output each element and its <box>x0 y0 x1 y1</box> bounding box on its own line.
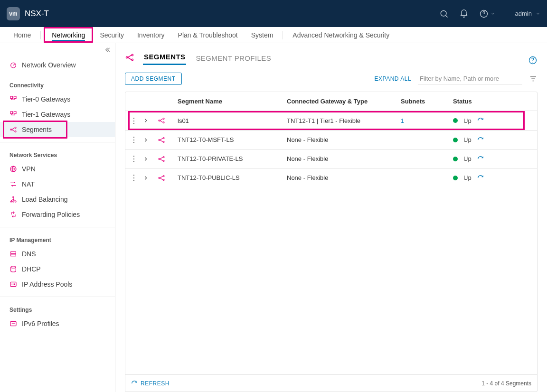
chevron-down-icon <box>490 11 495 16</box>
row-actions-icon[interactable]: ⋮ <box>125 154 141 163</box>
user-name: admin <box>515 10 532 17</box>
cell-status: Up <box>451 174 537 181</box>
sidebar-item-forwarding-policies[interactable]: Forwarding Policies <box>0 207 115 222</box>
svg-point-33 <box>159 158 160 159</box>
sidebar-item-label: Tier-1 Gateways <box>22 111 70 118</box>
svg-rect-6 <box>14 96 16 99</box>
sidebar-item-label: IP Address Pools <box>22 280 72 288</box>
notifications-icon[interactable] <box>459 9 469 19</box>
tier-icon <box>9 111 17 118</box>
topbar: vm NSX-T admin <box>0 0 547 27</box>
svg-point-14 <box>10 201 12 202</box>
expand-all-button[interactable]: EXPAND ALL <box>375 75 411 82</box>
sidebar-item-overview[interactable]: Network Overview <box>0 57 115 73</box>
svg-point-9 <box>10 129 12 131</box>
svg-point-34 <box>163 156 164 158</box>
nav-tab-security[interactable]: Security <box>93 27 131 43</box>
svg-point-31 <box>163 137 164 139</box>
sidebar-item-load-balancing[interactable]: Load Balancing <box>0 192 115 207</box>
add-segment-button[interactable]: ADD SEGMENT <box>125 73 182 85</box>
tab-segment-profiles[interactable]: SEGMENT PROFILES <box>195 51 272 65</box>
col-segment-name[interactable]: Segment Name <box>176 98 285 105</box>
svg-point-28 <box>163 118 164 120</box>
nav-tab-system[interactable]: System <box>245 27 280 43</box>
expand-row-icon[interactable] <box>141 117 156 124</box>
cell-status: Up <box>451 117 537 124</box>
row-actions-icon[interactable]: ⋮ <box>125 135 141 144</box>
sidebar-item-label: Segments <box>22 126 52 133</box>
segment-icon <box>156 155 176 163</box>
dns-icon <box>9 250 17 258</box>
sidebar-item-segments[interactable]: Segments <box>0 122 115 137</box>
sidebar-item-dns[interactable]: DNS <box>0 246 115 261</box>
sidebar-item-ipv6[interactable]: IPv6 Profiles <box>0 316 115 331</box>
row-actions-icon[interactable]: ⋮ <box>125 116 141 125</box>
cell-gateway: TNT12-T1 | Tier1 - Flexible <box>285 117 399 124</box>
svg-point-30 <box>159 139 160 140</box>
refresh-status-icon[interactable] <box>477 175 484 181</box>
sidebar-item-label: Load Balancing <box>22 196 68 203</box>
filter-icon[interactable] <box>529 75 538 83</box>
sidebar-item-label: DNS <box>22 250 36 258</box>
sidebar-section-network-services: Network Services <box>0 142 115 161</box>
row-actions-icon[interactable]: ⋮ <box>125 173 141 182</box>
tab-segments[interactable]: SEGMENTS <box>143 50 186 65</box>
nat-icon <box>9 180 17 188</box>
expand-row-icon[interactable] <box>141 137 156 143</box>
refresh-status-icon[interactable] <box>477 137 484 143</box>
svg-point-15 <box>13 201 14 202</box>
sidebar-item-vpn[interactable]: VPN <box>0 161 115 177</box>
svg-point-32 <box>163 141 164 142</box>
help-icon[interactable] <box>528 56 538 65</box>
nav-separator <box>283 31 283 39</box>
nav-tab-advanced[interactable]: Advanced Networking & Security <box>286 27 396 43</box>
nav-tab-networking[interactable]: Networking <box>44 27 93 43</box>
filter-input[interactable] <box>418 73 522 84</box>
table-row: ⋮ls01TNT12-T1 | Tier1 - Flexible1Up <box>125 111 537 130</box>
sidebar: Network Overview Connectivity Tier-0 Gat… <box>0 43 115 392</box>
expand-row-icon[interactable] <box>141 175 156 181</box>
cell-gateway: None - Flexible <box>285 174 399 181</box>
sidebar-section-connectivity: Connectivity <box>0 73 115 92</box>
help-menu[interactable] <box>479 9 495 19</box>
sidebar-item-dhcp[interactable]: DHCP <box>0 261 115 277</box>
cell-gateway: None - Flexible <box>285 136 399 143</box>
user-menu[interactable]: admin <box>515 10 540 17</box>
svg-point-16 <box>15 201 16 202</box>
status-dot-icon <box>453 138 458 142</box>
nav-tab-inventory[interactable]: Inventory <box>131 27 171 43</box>
refresh-status-icon[interactable] <box>477 117 484 124</box>
collapse-sidebar-icon[interactable] <box>104 46 111 54</box>
refresh-status-icon[interactable] <box>477 156 484 162</box>
nav-tab-home[interactable]: Home <box>7 27 38 43</box>
svg-rect-20 <box>10 282 16 286</box>
sidebar-item-tier1[interactable]: Tier-1 Gateways <box>0 107 115 122</box>
status-dot-icon <box>453 176 458 180</box>
page-tabs: SEGMENTS SEGMENT PROFILES <box>125 50 538 65</box>
nav-tab-plan-troubleshoot[interactable]: Plan & Troubleshoot <box>171 27 245 43</box>
sidebar-item-nat[interactable]: NAT <box>0 177 115 192</box>
table-row: ⋮TNT12-T0-PRIVATE-LSNone - FlexibleUp <box>125 149 537 168</box>
svg-line-1 <box>445 15 447 17</box>
col-status[interactable]: Status <box>451 98 537 105</box>
col-gateway[interactable]: Connected Gateway & Type <box>285 98 399 105</box>
cell-subnets[interactable]: 1 <box>399 117 451 124</box>
sidebar-item-ip-pools[interactable]: IP Address Pools <box>0 277 115 292</box>
svg-point-36 <box>159 177 160 178</box>
segment-icon <box>9 126 17 133</box>
col-subnets[interactable]: Subnets <box>399 98 451 105</box>
segments-table: Segment Name Connected Gateway & Type Su… <box>125 92 538 392</box>
cell-segment-name: TNT12-T0-MSFT-LS <box>176 136 285 143</box>
dhcp-icon <box>9 265 17 273</box>
refresh-button[interactable]: REFRESH <box>131 380 170 387</box>
search-icon[interactable] <box>439 9 449 19</box>
svg-point-26 <box>533 62 533 63</box>
svg-point-0 <box>441 10 446 16</box>
expand-row-icon[interactable] <box>141 156 156 162</box>
segment-icon <box>156 174 176 182</box>
svg-point-10 <box>15 127 16 129</box>
svg-rect-8 <box>14 112 16 114</box>
tier-icon <box>9 95 17 103</box>
primary-nav: Home Networking Security Inventory Plan … <box>0 27 547 43</box>
sidebar-item-tier0[interactable]: Tier-0 Gateways <box>0 92 115 107</box>
